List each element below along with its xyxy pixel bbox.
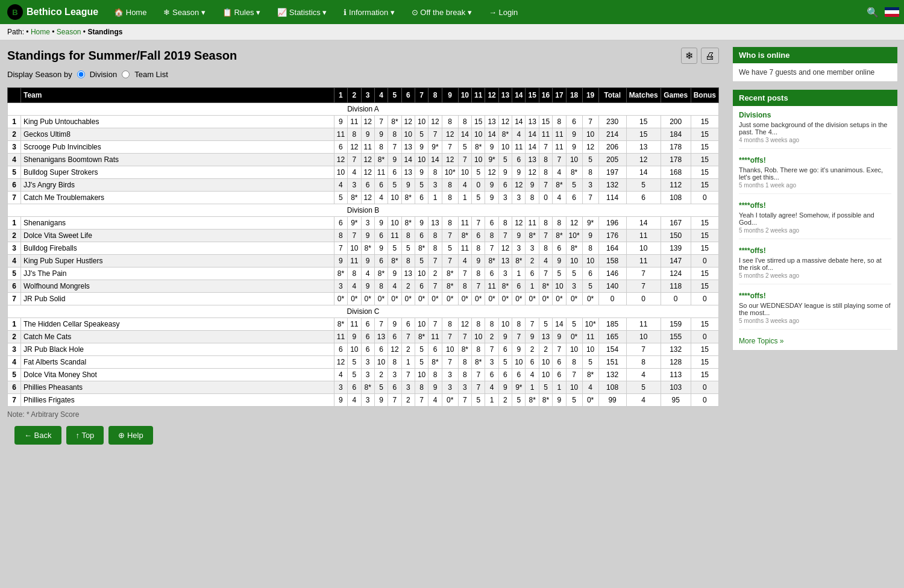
- page-title: Standings for Summer/Fall 2019 Season: [7, 49, 237, 63]
- th-bonus: Bonus: [691, 88, 718, 103]
- snowflake-button[interactable]: ❄: [681, 48, 697, 64]
- recent-post-item: Divisions Just some background of the di…: [739, 111, 891, 149]
- recent-post-title[interactable]: Divisions: [739, 111, 891, 119]
- division-header-row: Division B: [8, 204, 719, 217]
- recent-post-excerpt: Thanks, Rob. There we go: it's unanimous…: [739, 166, 891, 181]
- th-11: 11: [472, 88, 485, 103]
- th-18: 18: [566, 88, 582, 103]
- site-logo[interactable]: B Bethico League: [0, 4, 105, 20]
- radio-division[interactable]: [77, 70, 85, 78]
- th-12: 12: [485, 88, 498, 103]
- nav-statistics[interactable]: 📈 Statistics ▾: [269, 0, 335, 24]
- table-note: Note: * Arbitrary Score: [7, 410, 719, 419]
- recent-post-time: 5 months 3 weeks ago: [739, 317, 891, 324]
- th-14: 14: [512, 88, 526, 103]
- logo-icon: B: [7, 4, 23, 20]
- recent-post-item: ****offs! Thanks, Rob. There we go: it's…: [739, 156, 891, 194]
- breadcrumb-path-label: Path: •: [7, 28, 31, 36]
- nav-login[interactable]: → Login: [480, 0, 526, 24]
- th-10: 10: [458, 88, 471, 103]
- recent-post-title[interactable]: ****offs!: [739, 246, 891, 255]
- breadcrumb-season[interactable]: Season: [57, 28, 81, 36]
- nav-information[interactable]: ℹ Information ▾: [335, 0, 403, 24]
- recent-post-excerpt: So our WEDNESDAY league is still playing…: [739, 302, 891, 316]
- page-header: Standings for Summer/Fall 2019 Season ❄ …: [7, 48, 719, 64]
- nav-home[interactable]: 🏠 Home: [105, 0, 155, 24]
- recent-posts-header: Recent posts: [733, 90, 897, 106]
- division-header-row: Division A: [8, 103, 719, 116]
- recent-post-time: 4 months 3 weeks ago: [739, 137, 891, 143]
- th-games: Games: [661, 88, 691, 103]
- help-button[interactable]: ⊕ Help: [108, 426, 152, 445]
- th-16: 16: [539, 88, 552, 103]
- top-button[interactable]: ↑ Top: [66, 426, 104, 445]
- division-header-row: Division C: [8, 305, 719, 318]
- print-button[interactable]: 🖨: [701, 48, 719, 64]
- th-1: 1: [334, 88, 347, 103]
- radio-division-label: Division: [90, 70, 118, 79]
- bottom-buttons: ← Back ↑ Top ⊕ Help: [7, 419, 719, 452]
- navbar: B Bethico League 🏠 Home ❄ Season ▾ 📋 Rul…: [0, 0, 904, 24]
- sidebar: Who is online We have 7 guests and one m…: [726, 40, 904, 459]
- who-online-body: We have 7 guests and one member online: [733, 63, 897, 81]
- th-matches: Matches: [626, 88, 661, 103]
- who-online-text: We have 7 guests and one member online: [739, 68, 874, 77]
- site-name: Bethico League: [27, 7, 98, 17]
- th-17: 17: [553, 88, 566, 103]
- radio-teamlist-label: Team List: [134, 70, 168, 79]
- recent-post-item: ****offs! Yeah I totally agree! Somehow,…: [739, 201, 891, 239]
- recent-post-time: 5 months 2 weeks ago: [739, 272, 891, 279]
- breadcrumb-home[interactable]: Home: [31, 28, 50, 36]
- th-13: 13: [498, 88, 512, 103]
- th-15: 15: [526, 88, 539, 103]
- display-options: Display Season by Division Team List: [7, 70, 719, 79]
- th-total: Total: [598, 88, 626, 103]
- recent-post-time: 5 months 1 week ago: [739, 182, 891, 189]
- recent-post-excerpt: Yeah I totally agree! Somehow, if possib…: [739, 211, 891, 226]
- th-6: 6: [401, 88, 415, 103]
- breadcrumb-current: Standings: [87, 28, 122, 36]
- th-2: 2: [348, 88, 361, 103]
- display-label: Display Season by: [7, 70, 72, 79]
- nav-rules[interactable]: 📋 Rules ▾: [214, 0, 269, 24]
- recent-posts-box: Recent posts Divisions Just some backgro…: [732, 89, 898, 351]
- recent-post-item: ****offs! So our WEDNESDAY league is sti…: [739, 292, 891, 330]
- nav-items: 🏠 Home ❄ Season ▾ 📋 Rules ▾ 📈 Statistics…: [105, 0, 861, 24]
- main-layout: Standings for Summer/Fall 2019 Season ❄ …: [0, 40, 904, 459]
- search-button[interactable]: 🔍: [861, 0, 885, 24]
- nav-off-the-break[interactable]: ⊙ Off the break ▾: [403, 0, 480, 24]
- th-5: 5: [388, 88, 401, 103]
- breadcrumb: Path: • Home • Season • Standings: [0, 24, 904, 40]
- recent-post-title[interactable]: ****offs!: [739, 201, 891, 210]
- recent-post-excerpt: I see I've stirred up a massive debate h…: [739, 257, 891, 271]
- th-rank: [8, 88, 21, 103]
- th-3: 3: [361, 88, 374, 103]
- th-8: 8: [428, 88, 442, 103]
- radio-teamlist[interactable]: [122, 70, 130, 78]
- th-4: 4: [374, 88, 388, 103]
- language-flag[interactable]: [885, 7, 899, 17]
- content-area: Standings for Summer/Fall 2019 Season ❄ …: [0, 40, 726, 459]
- page-actions: ❄ 🖨: [681, 48, 719, 64]
- recent-post-title[interactable]: ****offs!: [739, 292, 891, 300]
- nav-season[interactable]: ❄ Season ▾: [155, 0, 213, 24]
- more-topics-link[interactable]: More Topics »: [739, 337, 891, 345]
- th-team: Team: [21, 88, 334, 103]
- th-9: 9: [442, 88, 458, 103]
- who-online-box: Who is online We have 7 guests and one m…: [732, 46, 898, 82]
- who-online-header: Who is online: [733, 47, 897, 63]
- back-button[interactable]: ← Back: [14, 426, 61, 445]
- standings-table: Team 1 2 3 4 5 6 7 8 9 10 11 12 13 14 15: [7, 87, 719, 407]
- recent-post-title[interactable]: ****offs!: [739, 156, 891, 164]
- recent-posts-body: Divisions Just some background of the di…: [733, 106, 897, 350]
- th-7: 7: [415, 88, 428, 103]
- recent-post-time: 5 months 2 weeks ago: [739, 227, 891, 234]
- recent-post-item: ****offs! I see I've stirred up a massiv…: [739, 246, 891, 284]
- th-19: 19: [582, 88, 598, 103]
- nav-right: 🔍: [861, 0, 904, 24]
- recent-post-excerpt: Just some background of the division set…: [739, 121, 891, 136]
